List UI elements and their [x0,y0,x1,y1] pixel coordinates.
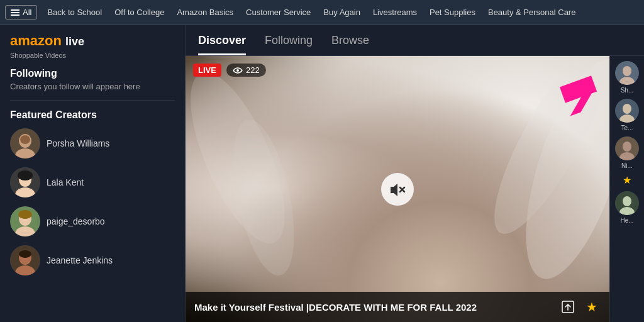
svg-point-15 [19,250,31,258]
video-section: LIVE 222 [186,56,644,322]
creator-avatar-porsha [10,128,40,158]
right-strip: Sh... Te... [609,56,644,322]
mute-button[interactable] [381,173,414,206]
video-actions: ★ [559,298,601,316]
svg-point-35 [623,196,631,206]
pink-arrow-icon [553,75,603,119]
star-icon-symbol: ★ [586,299,597,314]
main-content: Discover Following Browse LIVE [186,25,644,322]
svg-point-11 [18,210,32,219]
amazon-live-logo: amazon live [10,33,175,49]
featured-creators-title: Featured Creators [10,109,175,121]
right-label-2: Te... [621,125,633,131]
right-avatar-4 [615,191,639,215]
creator-avatar-jeanette [10,245,40,275]
creator-name-porsha: Porsha Williams [47,138,109,148]
mute-icon [389,182,406,196]
creator-paige[interactable]: paige_desorbo [10,206,175,236]
nav-amazon-basics[interactable]: Amazon Basics [170,0,240,25]
amazon-text: amazon [10,33,62,49]
sidebar-divider [10,100,175,101]
nav-livestreams[interactable]: Livestreams [367,0,423,25]
all-menu-button[interactable]: All [5,5,37,19]
right-item-2[interactable]: Te... [615,99,639,131]
svg-marker-21 [560,75,602,116]
nav-buy-again[interactable]: Buy Again [317,0,367,25]
top-navigation: All Back to School Off to College Amazon… [0,0,644,25]
tabs-bar: Discover Following Browse [186,25,644,56]
right-item-1[interactable]: Sh... [615,61,639,94]
creator-name-lala: Lala Kent [47,177,84,187]
share-button[interactable] [559,298,577,316]
right-label-3: Ni... [621,162,633,169]
creator-name-jeanette: Jeanette Jenkins [47,255,113,265]
nav-beauty[interactable]: Beauty & Personal Care [482,0,582,25]
following-title: Following [10,68,175,79]
right-avatar-2 [615,99,639,123]
viewer-count: 222 [226,64,266,77]
live-badge: LIVE [193,64,221,77]
star-button[interactable]: ★ [583,298,601,316]
svg-point-20 [236,69,239,72]
creator-avatar-lala [10,167,40,197]
nav-pet-supplies[interactable]: Pet Supplies [423,0,482,25]
tab-browse[interactable]: Browse [331,34,369,55]
creator-porsha[interactable]: Porsha Williams [10,128,175,158]
main-layout: amazon live Shoppable Videos Following C… [0,25,644,322]
tab-discover[interactable]: Discover [198,34,246,55]
creator-avatar-paige [10,206,40,236]
nav-off-to-college[interactable]: Off to College [108,0,170,25]
svg-point-32 [623,142,631,152]
right-avatar-1 [615,61,639,85]
right-item-4[interactable]: He... [615,191,639,224]
share-icon [561,300,575,314]
hamburger-icon [11,9,19,16]
svg-point-7 [18,170,33,180]
viewer-number: 222 [246,65,260,75]
all-label: All [23,8,31,17]
svg-point-29 [623,104,631,114]
creator-jeanette[interactable]: Jeanette Jenkins [10,245,175,275]
nav-back-to-school[interactable]: Back to School [41,0,108,25]
svg-point-26 [623,66,631,76]
right-avatar-3 [615,136,639,160]
live-text: live [65,35,84,48]
video-bottom-bar: Make it Yourself Festival |DECORATE WITH… [186,292,609,322]
shoppable-subtitle: Shoppable Videos [10,52,175,59]
nav-customer-service[interactable]: Customer Service [240,0,317,25]
video-title: Make it Yourself Festival |DECORATE WITH… [194,302,477,313]
right-label-4: He... [620,217,633,224]
right-item-3[interactable]: Ni... [615,136,639,169]
creator-lala[interactable]: Lala Kent [10,167,175,197]
eye-icon [233,67,243,74]
star-separator: ★ [623,174,631,186]
tab-following[interactable]: Following [265,34,313,55]
video-container[interactable]: LIVE 222 [186,56,609,322]
sidebar: amazon live Shoppable Videos Following C… [0,25,186,322]
creator-name-paige: paige_desorbo [47,216,105,226]
svg-point-3 [20,135,30,144]
following-subtitle: Creators you follow will appear here [10,82,175,91]
right-label-1: Sh... [621,87,634,94]
